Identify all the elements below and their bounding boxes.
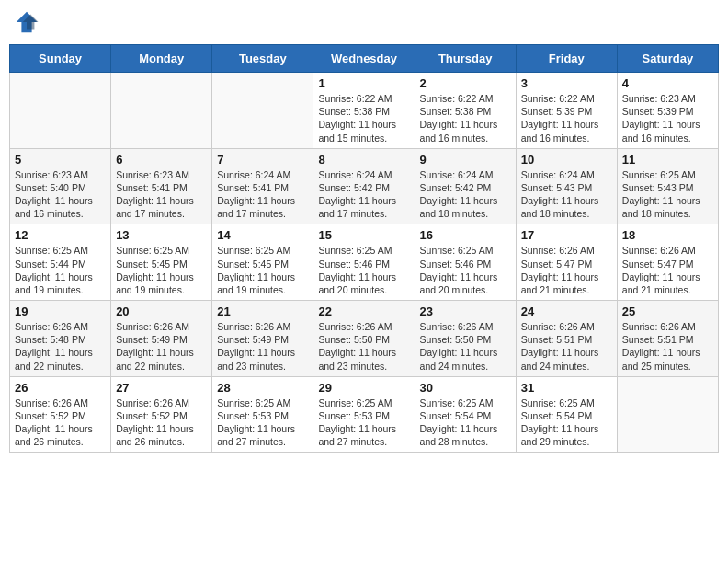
calendar-cell: 24Sunrise: 6:26 AM Sunset: 5:51 PM Dayli…	[516, 301, 617, 377]
day-number: 19	[15, 304, 106, 318]
day-info: Sunrise: 6:25 AM Sunset: 5:46 PM Dayligh…	[420, 244, 511, 296]
calendar-cell: 12Sunrise: 6:25 AM Sunset: 5:44 PM Dayli…	[10, 224, 111, 301]
day-info: Sunrise: 6:22 AM Sunset: 5:38 PM Dayligh…	[318, 92, 409, 144]
day-number: 29	[318, 381, 409, 395]
calendar-cell: 9Sunrise: 6:24 AM Sunset: 5:42 PM Daylig…	[415, 148, 516, 224]
day-info: Sunrise: 6:25 AM Sunset: 5:46 PM Dayligh…	[318, 244, 409, 296]
day-info: Sunrise: 6:25 AM Sunset: 5:44 PM Dayligh…	[15, 244, 106, 296]
calendar-cell: 2Sunrise: 6:22 AM Sunset: 5:38 PM Daylig…	[415, 73, 516, 149]
day-number: 10	[521, 153, 612, 167]
day-info: Sunrise: 6:26 AM Sunset: 5:51 PM Dayligh…	[622, 320, 713, 373]
calendar-cell: 28Sunrise: 6:25 AM Sunset: 5:53 PM Dayli…	[212, 376, 313, 453]
day-info: Sunrise: 6:23 AM Sunset: 5:40 PM Dayligh…	[15, 168, 106, 221]
day-info: Sunrise: 6:25 AM Sunset: 5:45 PM Dayligh…	[116, 244, 207, 296]
weekday-header-monday: Monday	[111, 45, 212, 73]
day-number: 26	[15, 381, 106, 395]
day-number: 1	[318, 76, 409, 90]
day-info: Sunrise: 6:22 AM Sunset: 5:38 PM Dayligh…	[420, 92, 511, 144]
calendar-cell: 31Sunrise: 6:25 AM Sunset: 5:54 PM Dayli…	[516, 376, 617, 453]
day-info: Sunrise: 6:26 AM Sunset: 5:48 PM Dayligh…	[15, 320, 106, 373]
calendar-cell	[212, 73, 313, 149]
calendar-cell: 14Sunrise: 6:25 AM Sunset: 5:45 PM Dayli…	[212, 224, 313, 301]
calendar-cell: 8Sunrise: 6:24 AM Sunset: 5:42 PM Daylig…	[313, 148, 415, 224]
day-info: Sunrise: 6:22 AM Sunset: 5:39 PM Dayligh…	[521, 92, 612, 144]
day-info: Sunrise: 6:25 AM Sunset: 5:45 PM Dayligh…	[217, 244, 308, 296]
day-number: 16	[420, 228, 511, 242]
calendar-table: SundayMondayTuesdayWednesdayThursdayFrid…	[9, 44, 719, 453]
calendar-cell: 26Sunrise: 6:26 AM Sunset: 5:52 PM Dayli…	[10, 376, 111, 453]
day-info: Sunrise: 6:26 AM Sunset: 5:52 PM Dayligh…	[15, 396, 106, 449]
calendar-cell: 10Sunrise: 6:24 AM Sunset: 5:43 PM Dayli…	[516, 148, 617, 224]
calendar-cell: 25Sunrise: 6:26 AM Sunset: 5:51 PM Dayli…	[617, 301, 718, 377]
day-number: 23	[420, 304, 511, 318]
day-number: 6	[116, 153, 207, 167]
week-row-4: 19Sunrise: 6:26 AM Sunset: 5:48 PM Dayli…	[10, 301, 719, 377]
calendar-cell: 19Sunrise: 6:26 AM Sunset: 5:48 PM Dayli…	[10, 301, 111, 377]
day-number: 12	[15, 228, 106, 242]
day-number: 20	[116, 304, 207, 318]
week-row-5: 26Sunrise: 6:26 AM Sunset: 5:52 PM Dayli…	[10, 376, 719, 453]
weekday-header-wednesday: Wednesday	[313, 45, 415, 73]
day-number: 31	[521, 381, 612, 395]
day-number: 28	[217, 381, 308, 395]
calendar-cell: 22Sunrise: 6:26 AM Sunset: 5:50 PM Dayli…	[313, 301, 415, 377]
calendar-cell: 27Sunrise: 6:26 AM Sunset: 5:52 PM Dayli…	[111, 376, 212, 453]
day-info: Sunrise: 6:24 AM Sunset: 5:42 PM Dayligh…	[318, 168, 409, 221]
day-number: 4	[622, 76, 713, 90]
logo-icon	[14, 9, 40, 35]
day-info: Sunrise: 6:23 AM Sunset: 5:41 PM Dayligh…	[116, 168, 207, 221]
day-number: 14	[217, 228, 308, 242]
day-info: Sunrise: 6:25 AM Sunset: 5:54 PM Dayligh…	[521, 396, 612, 449]
calendar-cell: 17Sunrise: 6:26 AM Sunset: 5:47 PM Dayli…	[516, 224, 617, 301]
day-info: Sunrise: 6:25 AM Sunset: 5:43 PM Dayligh…	[622, 168, 713, 221]
weekday-header-tuesday: Tuesday	[212, 45, 313, 73]
week-row-3: 12Sunrise: 6:25 AM Sunset: 5:44 PM Dayli…	[10, 224, 719, 301]
day-info: Sunrise: 6:26 AM Sunset: 5:47 PM Dayligh…	[622, 244, 713, 296]
day-number: 13	[116, 228, 207, 242]
day-number: 5	[15, 153, 106, 167]
weekday-header-sunday: Sunday	[10, 45, 111, 73]
day-number: 7	[217, 153, 308, 167]
calendar-cell: 11Sunrise: 6:25 AM Sunset: 5:43 PM Dayli…	[617, 148, 718, 224]
calendar-cell: 4Sunrise: 6:23 AM Sunset: 5:39 PM Daylig…	[617, 73, 718, 149]
weekday-header-thursday: Thursday	[415, 45, 516, 73]
day-number: 21	[217, 304, 308, 318]
day-number: 30	[420, 381, 511, 395]
day-number: 24	[521, 304, 612, 318]
day-number: 8	[318, 153, 409, 167]
day-number: 22	[318, 304, 409, 318]
week-row-2: 5Sunrise: 6:23 AM Sunset: 5:40 PM Daylig…	[10, 148, 719, 224]
day-info: Sunrise: 6:26 AM Sunset: 5:50 PM Dayligh…	[318, 320, 409, 373]
day-info: Sunrise: 6:23 AM Sunset: 5:39 PM Dayligh…	[622, 92, 713, 144]
day-info: Sunrise: 6:26 AM Sunset: 5:49 PM Dayligh…	[217, 320, 308, 373]
calendar-cell: 21Sunrise: 6:26 AM Sunset: 5:49 PM Dayli…	[212, 301, 313, 377]
day-info: Sunrise: 6:26 AM Sunset: 5:52 PM Dayligh…	[116, 396, 207, 449]
calendar-cell: 16Sunrise: 6:25 AM Sunset: 5:46 PM Dayli…	[415, 224, 516, 301]
calendar-cell: 15Sunrise: 6:25 AM Sunset: 5:46 PM Dayli…	[313, 224, 415, 301]
day-info: Sunrise: 6:25 AM Sunset: 5:53 PM Dayligh…	[318, 396, 409, 449]
calendar-cell: 1Sunrise: 6:22 AM Sunset: 5:38 PM Daylig…	[313, 73, 415, 149]
day-info: Sunrise: 6:26 AM Sunset: 5:51 PM Dayligh…	[521, 320, 612, 373]
calendar-cell: 23Sunrise: 6:26 AM Sunset: 5:50 PM Dayli…	[415, 301, 516, 377]
day-number: 15	[318, 228, 409, 242]
calendar-cell: 18Sunrise: 6:26 AM Sunset: 5:47 PM Dayli…	[617, 224, 718, 301]
day-info: Sunrise: 6:24 AM Sunset: 5:42 PM Dayligh…	[420, 168, 511, 221]
calendar-cell: 3Sunrise: 6:22 AM Sunset: 5:39 PM Daylig…	[516, 73, 617, 149]
weekday-header-saturday: Saturday	[617, 45, 718, 73]
day-number: 17	[521, 228, 612, 242]
calendar-cell: 29Sunrise: 6:25 AM Sunset: 5:53 PM Dayli…	[313, 376, 415, 453]
day-number: 27	[116, 381, 207, 395]
page-header	[9, 9, 719, 35]
day-info: Sunrise: 6:26 AM Sunset: 5:47 PM Dayligh…	[521, 244, 612, 296]
calendar-cell: 7Sunrise: 6:24 AM Sunset: 5:41 PM Daylig…	[212, 148, 313, 224]
calendar-cell: 30Sunrise: 6:25 AM Sunset: 5:54 PM Dayli…	[415, 376, 516, 453]
weekday-header-row: SundayMondayTuesdayWednesdayThursdayFrid…	[10, 45, 719, 73]
calendar-cell: 5Sunrise: 6:23 AM Sunset: 5:40 PM Daylig…	[10, 148, 111, 224]
week-row-1: 1Sunrise: 6:22 AM Sunset: 5:38 PM Daylig…	[10, 73, 719, 149]
calendar-cell: 20Sunrise: 6:26 AM Sunset: 5:49 PM Dayli…	[111, 301, 212, 377]
day-number: 2	[420, 76, 511, 90]
calendar-cell	[111, 73, 212, 149]
calendar-cell: 13Sunrise: 6:25 AM Sunset: 5:45 PM Dayli…	[111, 224, 212, 301]
day-info: Sunrise: 6:24 AM Sunset: 5:41 PM Dayligh…	[217, 168, 308, 221]
day-info: Sunrise: 6:24 AM Sunset: 5:43 PM Dayligh…	[521, 168, 612, 221]
